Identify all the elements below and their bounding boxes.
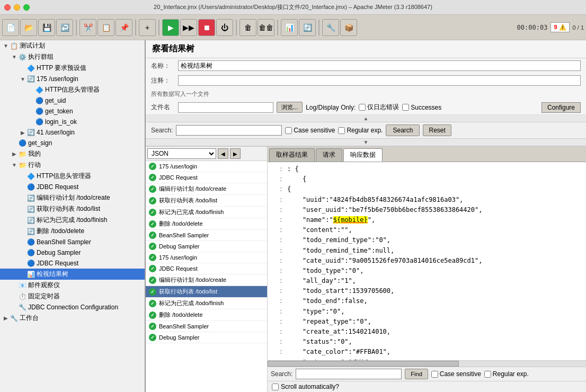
tree-toggle[interactable] [19,228,26,235]
tree-item-root[interactable]: ▼ 📋 测试计划 [0,40,145,51]
find-button[interactable]: Find [405,369,428,379]
format-prev-button[interactable]: ◀ [218,148,228,159]
open-button[interactable]: 📂 [20,19,37,36]
search-button[interactable]: Search [386,124,420,136]
tree-item-login[interactable]: ▼ 🔄 175 /user/login [0,74,145,84]
split-arrow-top[interactable]: ▲ [146,115,586,122]
clear-button[interactable]: 🗑 [239,19,256,36]
list-item[interactable]: ✓ 标记为已完成 /todo/finish [146,298,267,309]
tree-item-login_is_ok[interactable]: 🔵 login_is_ok [0,117,145,127]
tree-item-get_uid[interactable]: 🔵 get_uid [0,95,145,106]
tab-sampler-result[interactable]: 取样器结果 [269,148,315,162]
tree-item-my[interactable]: ▶ 📁 我的 [0,148,145,159]
tree-toggle[interactable] [19,217,26,224]
list-item[interactable]: ✓ 175 /user/login [146,252,267,263]
tree-toggle[interactable] [19,260,26,267]
help-remote-button[interactable]: 🔧 [322,19,339,36]
bottom-regular-exp-checkbox[interactable] [484,371,491,378]
tree-item-mark_done[interactable]: 🔄 标记为已完成 /todo/finish [0,215,145,226]
tree-toggle[interactable] [28,97,35,104]
list-item[interactable]: ✓ JDBC Request [146,172,267,183]
paste-button[interactable]: 📌 [116,19,132,36]
collapse-all-button[interactable]: 📦 [340,19,357,36]
expand-button[interactable]: + [139,19,156,36]
format-select[interactable]: JSON XML Text HTML [147,148,216,159]
tab-response-data[interactable]: 响应数据 [343,148,383,162]
regular-exp-checkbox[interactable] [338,127,345,134]
revert-button[interactable]: ↩️ [56,19,73,36]
tree-item-fixed_timer[interactable]: ⏱️ 固定定时器 [0,291,145,302]
list-item[interactable]: ✓ 获取行动列表 /todo/list [146,195,267,207]
clear-all-button[interactable]: 🗑🗑 [258,19,274,36]
bottom-case-sensitive-checkbox[interactable] [431,371,438,378]
tree-item-http_header2[interactable]: 🔷 HTTP信息头管理器 [0,171,145,182]
tree-item-view_results[interactable]: 📊 检视结果树 [0,269,145,280]
save-button[interactable]: 💾 [38,19,55,36]
list-item[interactable]: ✓ 175 /user/login [146,161,267,172]
tree-item-jdbc_req2[interactable]: 🔵 JDBC Request [0,258,145,269]
tree-toggle[interactable] [28,118,35,126]
tree-toggle[interactable] [19,173,26,180]
list-item[interactable]: ✓ 获取行动列表 /todo/list [146,286,267,298]
tree-toggle[interactable] [11,282,18,289]
window-controls[interactable] [4,4,30,11]
maximize-button[interactable] [23,4,30,11]
comment-input[interactable] [178,75,581,86]
errors-only-checkbox[interactable] [359,104,366,111]
cut-button[interactable]: ✂️ [79,19,96,36]
tree-toggle[interactable]: ▶ [19,129,26,136]
tree-item-login41[interactable]: ▶ 🔄 41 /user/login [0,127,145,138]
tree-toggle[interactable]: ▶ [11,150,18,158]
list-item[interactable]: ✓ Debug Sampler [146,332,267,343]
tree-item-mail_observer[interactable]: 📧 邮件观察仪 [0,280,145,291]
list-item[interactable]: ✓ BeanShell Sampler [146,321,267,332]
list-item[interactable]: ✓ JDBC Request [146,263,267,274]
tree-toggle[interactable] [19,183,26,191]
minimize-button[interactable] [14,4,20,11]
list-item[interactable]: ✓ BeanShell Sampler [146,230,267,241]
tree-item-get_token[interactable]: 🔵 get_token [0,106,145,117]
tree-toggle[interactable]: ▶ [2,315,10,322]
tree-toggle[interactable] [11,304,18,311]
list-item[interactable]: ✓ 标记为已完成 /todo/finish [146,207,267,218]
tree-item-debug[interactable]: 🔵 Debug Sampler [0,247,145,258]
search-top-input[interactable] [176,125,282,136]
horizontal-scrollbar[interactable] [268,360,586,367]
bottom-search-input[interactable] [296,369,402,379]
get-clipboard-button[interactable]: 📊 [281,19,298,36]
tree-item-exec_group[interactable]: ▼ ⚙️ 执行群组 [0,51,145,63]
tree-toggle[interactable] [11,293,18,300]
tree-toggle[interactable]: ▼ [2,42,10,50]
tree-item-jdbc_req1[interactable]: 🔵 JDBC Request [0,182,145,192]
format-next-button[interactable]: ▶ [230,148,241,159]
tree-toggle[interactable] [19,271,26,278]
start-no-pause-button[interactable]: ▶▶ [180,19,197,36]
tree-toggle[interactable]: ▼ [11,162,18,169]
list-item[interactable]: ✓ 删除 /todo/delete [146,309,267,321]
tab-request[interactable]: 请求 [316,148,342,162]
scroll-automatically-checkbox[interactable] [272,384,279,390]
file-input[interactable] [178,102,273,113]
tree-item-beanshell[interactable]: 🔵 BeanShell Sampler [0,237,145,247]
tree-item-edit_todo_create[interactable]: 🔄 编辑行动计划 /todo/create [0,192,145,203]
stop-button[interactable]: ⏹ [198,19,215,36]
tree-toggle[interactable]: ▼ [11,54,18,61]
run-remote-button[interactable]: 🔄 [299,19,316,36]
list-item[interactable]: ✓ 编辑行动计划 /todo/create [146,183,267,195]
browse-button[interactable]: 浏览... [277,102,303,113]
name-input[interactable] [178,60,581,71]
tree-toggle[interactable] [11,139,18,147]
new-button[interactable]: 📄 [2,19,19,36]
reset-button[interactable]: Reset [423,124,451,136]
case-sensitive-checkbox[interactable] [285,127,292,134]
tree-item-workbench[interactable]: ▶ 🔧 工作台 [0,313,145,324]
tree-item-jdbc_config[interactable]: 🔧 JDBC Connection Configuration [0,302,145,313]
tree-toggle[interactable] [28,86,35,94]
split-arrow-bottom[interactable]: ▼ [146,139,586,146]
tree-toggle[interactable] [19,65,26,72]
tree-toggle[interactable] [28,108,35,115]
tree-toggle[interactable]: ▼ [19,75,26,83]
tree-item-get_todo_list[interactable]: 🔄 获取行动列表 /todo/list [0,203,145,215]
tree-item-get_sign[interactable]: 🔵 get_sign [0,138,145,148]
list-item[interactable]: ✓ Debug Sampler [146,241,267,252]
